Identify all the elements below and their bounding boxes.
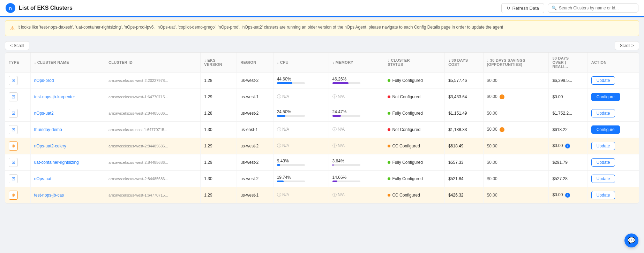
cell-30-days-over: $527.28 [549,170,587,187]
cell-region: us-west-2 [237,72,274,89]
table-row: ⊡uat-container-rightsizingarn:aws:eks:us… [5,154,639,170]
page-title: List of EKS Clusters [19,5,73,11]
status-dot [388,194,390,197]
table-row: ⊡thursday-demoarn:aws:eks:us-east-1:6477… [5,121,639,138]
refresh-button[interactable]: ↻ Refresh Data [501,3,544,13]
update-button[interactable]: Update [591,142,615,150]
search-input[interactable] [559,6,635,10]
configure-button[interactable]: Configure [591,125,620,134]
col-memory[interactable]: ↕ MEMORY [329,53,384,72]
cell-30-days-savings: $0.00 [483,105,549,121]
cell-type: ⊕ [5,187,30,203]
cluster-name-link[interactable]: test-nops-jb-karpenter [34,94,75,99]
col-30-days-cost[interactable]: ↓ 30 DAYSCOST [445,53,483,72]
col-eks-version[interactable]: ↕ EKSVERSION [201,53,237,72]
status-dot [388,112,390,115]
cell-cluster-name: thursday-demo [30,121,105,138]
cell-action: Update [587,138,639,154]
update-button[interactable]: Update [591,76,615,85]
cell-cluster-id: arn:aws:eks:us-west-2:20227978... [105,72,201,89]
plus-icon: ⊕ [9,191,18,200]
cell-region: us-west-1 [237,187,274,203]
cluster-name-link[interactable]: thursday-demo [34,127,62,132]
table-row: ⊡test-nops-jb-karpenterarn:aws:eks:us-we… [5,89,639,105]
col-cluster-name[interactable]: ↕ CLUSTER NAME [30,53,105,72]
cell-cpu: ⓘ N/A [273,138,329,154]
cell-cluster-status: Fully Configured [384,154,445,170]
cell-30-days-over: $0.00 ↓ [549,187,587,203]
configure-button[interactable]: Configure [591,93,620,101]
update-button[interactable]: Update [591,109,615,117]
k8s-icon: ⊡ [9,158,18,167]
logo-text: n [9,6,12,11]
cell-cluster-name: nOps-uat [30,170,105,187]
cluster-name-link[interactable]: nOps-uat2-celery [34,144,66,148]
cell-action: Update [587,154,639,170]
cell-cluster-name: uat-container-rightsizing [30,154,105,170]
cell-30-days-savings: $0.00 [483,154,549,170]
update-button[interactable]: Update [591,158,615,167]
cell-30-days-over: $1,752.2... [549,105,587,121]
cell-cluster-status: CC Configured [384,187,445,203]
search-icon: 🔍 [552,6,557,10]
status-text: Not Configured [392,127,420,132]
cell-30-days-cost: $1,151.49 [445,105,483,121]
cluster-name-link[interactable]: nOps-prod [34,78,54,83]
cell-eks-version: 1.30 [201,121,237,138]
cell-cpu: ⓘ N/A [273,89,329,105]
savings-warn-icon[interactable]: ! [500,127,504,132]
cell-type: ⊡ [5,89,30,105]
cell-type: ⊕ [5,138,30,154]
cluster-name-link[interactable]: nOps-uat [34,176,51,181]
cell-cluster-status: Fully Configured [384,105,445,121]
cell-cluster-status: CC Configured [384,138,445,154]
status-dot [388,128,390,131]
status-text: Fully Configured [392,111,422,116]
cell-cluster-name: test-nops-jb-cas [30,187,105,203]
cell-30-days-savings: $0.00 [483,138,549,154]
cell-type: ⊡ [5,72,30,89]
cell-memory: ⓘ N/A [329,138,384,154]
cell-30-days-cost: $3,433.64 [445,89,483,105]
scroll-left-button[interactable]: < Scroll [5,41,29,50]
cell-type: ⊡ [5,170,30,187]
col-30-days-savings[interactable]: ↕ 30 DAYS SAVINGS(OPPORTUNITIES) [483,53,549,72]
refresh-label: Refresh Data [512,6,539,11]
cluster-name-link[interactable]: test-nops-jb-cas [34,193,64,198]
cell-cluster-id: arn:aws:eks:us-east-1:64770715... [105,121,201,138]
cell-action: Configure [587,121,639,138]
status-dot [388,161,390,164]
over-info-icon[interactable]: ↓ [565,144,570,148]
cell-30-days-over: $6,399.5... [549,72,587,89]
status-text: CC Configured [392,144,420,148]
scroll-right-button[interactable]: Scroll > [615,41,639,50]
table-row: ⊕test-nops-jb-casarn:aws:eks:us-west-1:6… [5,187,639,203]
top-bar-left: n List of EKS Clusters [6,3,73,13]
cell-cpu: 9.43% [273,154,329,170]
col-action: ACTION [587,53,639,72]
cell-memory: 3.64% [329,154,384,170]
cell-30-days-savings: $0.00 [483,72,549,89]
top-bar: n List of EKS Clusters ↻ Refresh Data 🔍 [0,0,644,17]
cell-eks-version: 1.29 [201,89,237,105]
cell-region: us-west-1 [237,89,274,105]
status-text: Not Configured [392,94,420,99]
update-button[interactable]: Update [591,191,615,199]
logo: n [6,3,15,13]
status-text: CC Configured [392,193,420,198]
over-info-icon[interactable]: ↓ [565,193,570,198]
cell-cluster-name: nOps-prod [30,72,105,89]
cluster-name-link[interactable]: nOps-uat2 [34,111,54,116]
col-cluster-status[interactable]: ↕ CLUSTERSTATUS [384,53,445,72]
update-button[interactable]: Update [591,175,615,183]
cell-30-days-over: $291.79 [549,154,587,170]
k8s-icon: ⊡ [9,92,18,101]
cell-cluster-name: nOps-uat2 [30,105,105,121]
status-dot [388,79,390,82]
savings-warn-icon[interactable]: ! [500,94,504,99]
warning-message: It looks like 'test-nops-daxesh', 'uat-c… [17,24,503,30]
cell-30-days-savings: $0.00 ! [483,121,549,138]
cluster-name-link[interactable]: uat-container-rightsizing [34,160,79,165]
cell-type: ⊡ [5,154,30,170]
col-cpu[interactable]: ↕ CPU [273,53,329,72]
